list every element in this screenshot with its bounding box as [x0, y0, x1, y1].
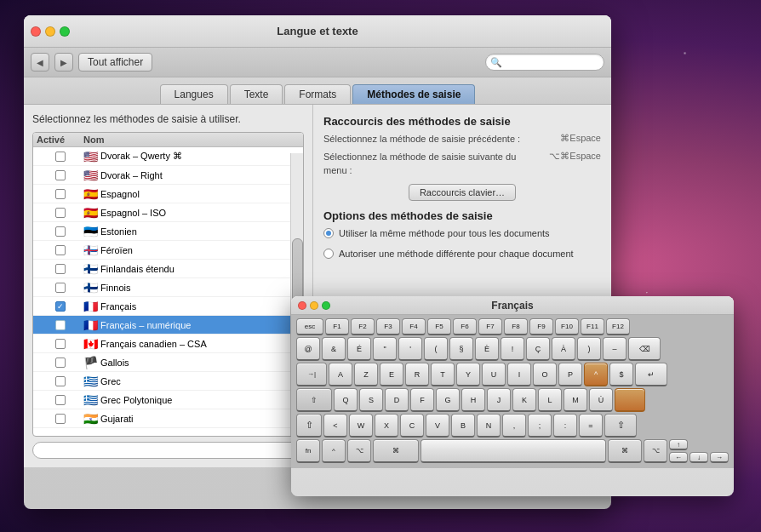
back-button[interactable]: ◀ [31, 53, 49, 72]
kb-key-caps[interactable]: ⇧ [296, 388, 332, 412]
list-item[interactable]: 🇫🇴Féroïen [33, 241, 303, 260]
kb-key-cmd-right[interactable]: ⌘ [608, 439, 642, 463]
kb-key-m[interactable]: M [564, 388, 587, 412]
checkbox[interactable] [55, 245, 66, 255]
kb-key-f3[interactable]: F3 [376, 318, 400, 335]
list-item[interactable]: 🇬🇷Grec Polytonique [33, 391, 303, 409]
list-item[interactable]: 🇮🇳Gujarati [33, 409, 303, 428]
kb-key-v[interactable]: V [426, 414, 449, 438]
checkbox[interactable] [55, 170, 66, 180]
tab-methodes[interactable]: Méthodes de saisie [352, 84, 475, 104]
kb-key-at[interactable]: @ [296, 337, 320, 361]
kb-key-colon[interactable]: : [553, 414, 577, 438]
checkbox[interactable] [55, 283, 66, 293]
kb-key-j[interactable]: J [487, 388, 511, 412]
kb-key-e[interactable]: E [380, 363, 403, 386]
kb-key-rparen[interactable]: ) [577, 337, 601, 361]
kb-key-q[interactable]: Q [334, 388, 358, 412]
kb-key-cmd-left[interactable]: ⌘ [373, 439, 419, 463]
tab-langues[interactable]: Langues [160, 84, 228, 104]
list-item[interactable]: 🇨🇦Français canadien – CSA [33, 335, 303, 353]
list-item[interactable]: 🇪🇸Espagnol – ISO [33, 203, 303, 222]
kb-key-fn[interactable]: fn [296, 439, 320, 463]
list-search-input[interactable] [32, 442, 304, 459]
kb-key-k[interactable]: K [512, 388, 536, 412]
kb-key-enter[interactable]: ↵ [635, 363, 667, 386]
kb-key-x[interactable]: X [375, 414, 398, 438]
kb-key-space[interactable] [421, 439, 606, 463]
kb-key-ctrl[interactable]: ^ [322, 439, 346, 463]
list-item[interactable]: ✓ 🇫🇷Français [33, 297, 303, 316]
kb-key-h[interactable]: H [461, 388, 485, 412]
raccourcis-clavier-button[interactable]: Raccourcis clavier… [409, 184, 516, 201]
checkbox[interactable] [55, 320, 66, 330]
kb-key-f11[interactable]: F11 [581, 318, 604, 335]
kb-key-b[interactable]: B [451, 414, 475, 438]
kb-key-excl[interactable]: ! [501, 337, 524, 361]
kb-key-c[interactable]: C [400, 414, 424, 438]
list-item[interactable]: 🇪🇪Estonien [33, 222, 303, 241]
kb-key-z[interactable]: Z [354, 363, 378, 386]
list-item[interactable]: 🇬🇷Grec [33, 372, 303, 391]
kb-key-comma[interactable]: , [502, 414, 526, 438]
kb-key-equals[interactable]: = [579, 414, 603, 438]
checkbox[interactable] [55, 189, 66, 199]
kb-key-w[interactable]: W [349, 414, 373, 438]
kb-key-caret2[interactable] [615, 388, 645, 412]
kb-key-alt-left[interactable]: ⌥ [347, 439, 371, 463]
kb-maximize-button[interactable] [322, 301, 330, 310]
kb-key-lt[interactable]: < [323, 414, 347, 438]
kb-key-f4[interactable]: F4 [402, 318, 426, 335]
kb-key-f12[interactable]: F12 [606, 318, 630, 335]
kb-key-f5[interactable]: F5 [427, 318, 451, 335]
list-item[interactable]: 🇫🇮Finlandais étendu [33, 260, 303, 278]
tab-formats[interactable]: Formats [284, 84, 351, 104]
kb-key-alt-right[interactable]: ⌥ [644, 439, 667, 463]
kb-key-c-cedil[interactable]: Ç [526, 337, 550, 361]
kb-key-s[interactable]: S [359, 388, 383, 412]
tout-afficher-button[interactable]: Tout afficher [78, 53, 152, 72]
kb-key-a-grave[interactable]: À [552, 337, 575, 361]
radio-option1[interactable] [323, 228, 334, 238]
kb-key-semicolon[interactable]: ; [528, 414, 552, 438]
kb-key-i[interactable]: I [507, 363, 531, 386]
radio-option2[interactable] [323, 249, 334, 259]
kb-key-g[interactable]: G [436, 388, 460, 412]
checkbox[interactable] [55, 152, 66, 162]
forward-button[interactable]: ▶ [54, 53, 73, 72]
kb-key-r[interactable]: R [405, 363, 429, 386]
kb-key-shift-left[interactable]: ⇧ [296, 414, 322, 438]
list-item[interactable]: 🇺🇸Dvorak – Qwerty ⌘ [33, 147, 303, 166]
kb-key-caret[interactable]: ^ [584, 363, 608, 386]
kb-key-e-acute[interactable]: É [347, 337, 371, 361]
kb-key-e-grave[interactable]: È [475, 337, 499, 361]
close-button[interactable] [31, 26, 41, 37]
list-item-selected[interactable]: 🇫🇷Français – numérique [33, 316, 303, 335]
checkbox[interactable] [55, 414, 66, 424]
checkbox[interactable] [55, 395, 66, 405]
kb-key-f8[interactable]: F8 [504, 318, 528, 335]
kb-key-n[interactable]: N [477, 414, 501, 438]
search-input[interactable] [485, 54, 604, 71]
kb-key-left[interactable]: ← [669, 452, 688, 463]
kb-close-button[interactable] [298, 301, 306, 310]
kb-key-amp[interactable]: & [322, 337, 346, 361]
kb-minimize-button[interactable] [310, 301, 318, 310]
kb-key-f1[interactable]: F1 [325, 318, 349, 335]
kb-key-l[interactable]: L [538, 388, 562, 412]
checkbox[interactable] [55, 358, 66, 368]
kb-key-sect[interactable]: § [449, 337, 473, 361]
list-item[interactable]: 🇪🇸Espagnol [33, 185, 303, 203]
kb-key-right[interactable]: → [710, 452, 729, 463]
kb-key-o[interactable]: O [533, 363, 557, 386]
checkbox[interactable] [55, 226, 66, 237]
list-item[interactable]: 🇺🇸Dvorak – Right [33, 166, 303, 185]
minimize-button[interactable] [45, 26, 55, 37]
kb-key-u[interactable]: U [482, 363, 506, 386]
checkbox[interactable] [55, 208, 66, 218]
tab-texte[interactable]: Texte [230, 84, 283, 104]
kb-key-apos[interactable]: ' [398, 337, 422, 361]
kb-key-f10[interactable]: F10 [555, 318, 579, 335]
kb-key-up[interactable]: ↑ [669, 439, 688, 450]
kb-key-tab[interactable]: →| [296, 363, 327, 386]
